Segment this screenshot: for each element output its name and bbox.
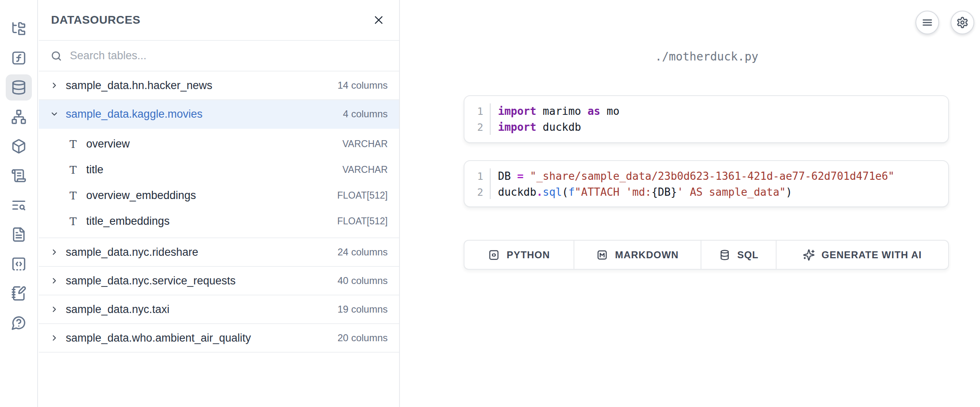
- table-column-count: 20 columns: [337, 332, 388, 344]
- column-name: title: [86, 163, 103, 176]
- table-row[interactable]: sample_data.who.ambient_air_quality20 co…: [39, 324, 399, 353]
- scroll-text-icon: [11, 168, 27, 183]
- text-type-icon: T: [67, 138, 79, 150]
- notebook-menu-button[interactable]: [915, 11, 939, 34]
- sidebar-item-datasources[interactable]: [6, 74, 32, 101]
- generate-with-ai-button[interactable]: GENERATE WITH AI: [777, 241, 948, 269]
- sparkles-icon: [803, 249, 815, 261]
- column-type: VARCHAR: [342, 139, 388, 150]
- table-row[interactable]: sample_data.nyc.rideshare24 columns: [39, 238, 399, 267]
- table-row[interactable]: sample_data.nyc.taxi19 columns: [39, 295, 399, 324]
- sidebar-item-documentation[interactable]: [6, 221, 32, 248]
- table-column-count: 4 columns: [343, 108, 388, 120]
- add-cell-button-bar: PYTHON MARKDOWN SQL GENERATE WITH AI: [464, 240, 949, 270]
- code-square-dashed-icon: [11, 256, 27, 272]
- sidebar-item-packages[interactable]: [6, 133, 32, 159]
- chevron-right-icon: [50, 248, 59, 257]
- code-line: import duckdb: [498, 119, 948, 135]
- column-type: VARCHAR: [342, 164, 388, 175]
- chevron-right-icon: [50, 276, 59, 285]
- button-label: PYTHON: [507, 249, 550, 261]
- column-name: title_embeddings: [86, 215, 170, 228]
- table-name: sample_data.nyc.taxi: [66, 303, 170, 316]
- table-row[interactable]: sample_data.nyc.service_requests40 colum…: [39, 267, 399, 295]
- sidebar-item-variables[interactable]: [6, 45, 32, 71]
- sidebar-item-snippets[interactable]: [6, 251, 32, 277]
- button-label: SQL: [737, 249, 759, 261]
- chevron-down-icon: [50, 110, 59, 119]
- chat-question-icon: [11, 315, 27, 331]
- table-name: sample_data.who.ambient_air_quality: [66, 332, 251, 344]
- close-panel-button[interactable]: [371, 12, 387, 28]
- table-name: sample_data.nyc.rideshare: [66, 246, 198, 259]
- notebook-filename: ./motherduck.py: [464, 50, 950, 63]
- database-icon: [719, 249, 731, 261]
- network-graph-icon: [11, 109, 27, 125]
- document-icon: [11, 227, 27, 242]
- table-name: sample_data.hn.hacker_news: [66, 79, 212, 92]
- top-actions: [915, 11, 974, 34]
- line-number: 2: [464, 119, 483, 135]
- table-column-count: 19 columns: [337, 304, 388, 315]
- code-cell: 12 DB = "_share/sample_data/23b0d623-136…: [464, 160, 949, 207]
- code-square-icon: [488, 249, 500, 261]
- chevron-right-icon: [50, 305, 59, 314]
- sidebar-item-dependencies[interactable]: [6, 104, 32, 130]
- line-number-gutter: 12: [464, 103, 490, 135]
- table-columns-block: ToverviewVARCHARTtitleVARCHARToverview_e…: [39, 129, 399, 238]
- settings-gear-icon: [956, 16, 969, 29]
- chevron-right-icon: [50, 333, 59, 342]
- sidebar-item-scratchpad[interactable]: [6, 280, 32, 306]
- table-row[interactable]: sample_data.kaggle.movies4 columns: [39, 100, 399, 129]
- table-name: sample_data.nyc.service_requests: [66, 275, 236, 287]
- add-python-cell-button[interactable]: PYTHON: [464, 241, 574, 269]
- code-line: duckdb.sql(f"ATTACH 'md:{DB}' AS sample_…: [498, 184, 948, 200]
- sidebar-item-file-explorer[interactable]: [6, 16, 32, 42]
- notebook-pen-icon: [11, 286, 27, 301]
- table-column-count: 40 columns: [337, 275, 388, 286]
- folder-tree-icon: [11, 21, 27, 36]
- add-sql-cell-button[interactable]: SQL: [701, 241, 776, 269]
- menu-icon: [921, 16, 933, 29]
- code-editor[interactable]: DB = "_share/sample_data/23b0d623-1361-4…: [490, 168, 948, 199]
- table-name: sample_data.kaggle.movies: [66, 108, 203, 121]
- table-row[interactable]: sample_data.hn.hacker_news14 columns: [39, 72, 399, 100]
- sidebar-item-logs[interactable]: [6, 163, 32, 189]
- add-markdown-cell-button[interactable]: MARKDOWN: [574, 241, 701, 269]
- package-box-icon: [11, 139, 27, 154]
- line-number: 2: [464, 184, 483, 200]
- table-column-count: 24 columns: [337, 246, 388, 258]
- line-number: 1: [464, 103, 483, 119]
- sidebar-item-help[interactable]: [6, 310, 32, 336]
- function-square-icon: [11, 50, 27, 66]
- table-search-row: [39, 41, 399, 72]
- code-line: import marimo as mo: [498, 103, 948, 119]
- column-row[interactable]: Ttitle_embeddingsFLOAT[512]: [39, 208, 399, 234]
- close-icon: [373, 14, 384, 26]
- text-type-icon: T: [67, 190, 79, 202]
- table-list: sample_data.hn.hacker_news14 columnssamp…: [39, 72, 399, 353]
- table-column-count: 14 columns: [337, 80, 388, 91]
- column-row[interactable]: Toverview_embeddingsFLOAT[512]: [39, 183, 399, 208]
- text-type-icon: T: [67, 164, 79, 176]
- settings-button[interactable]: [951, 11, 974, 34]
- sidebar-item-search-logs[interactable]: [6, 192, 32, 218]
- column-row[interactable]: TtitleVARCHAR: [39, 157, 399, 183]
- panel-title: DATASOURCES: [51, 13, 141, 27]
- column-row[interactable]: ToverviewVARCHAR: [39, 131, 399, 157]
- datasources-panel-header: DATASOURCES: [39, 0, 399, 41]
- button-label: GENERATE WITH AI: [822, 249, 922, 261]
- column-name: overview_embeddings: [86, 189, 196, 202]
- code-cell: 12 import marimo as moimport duckdb: [464, 95, 949, 143]
- search-tables-input[interactable]: [70, 49, 388, 62]
- text-type-icon: T: [67, 215, 79, 228]
- column-type: FLOAT[512]: [337, 216, 388, 227]
- datasources-panel: DATASOURCES sample_data.hn.hacker_news14…: [39, 0, 400, 407]
- line-number-gutter: 12: [464, 168, 490, 199]
- code-line: DB = "_share/sample_data/23b0d623-1361-4…: [498, 168, 948, 184]
- column-name: overview: [86, 138, 130, 150]
- code-editor[interactable]: import marimo as moimport duckdb: [490, 103, 948, 135]
- line-number: 1: [464, 168, 483, 184]
- search-icon: [50, 50, 63, 62]
- chevron-right-icon: [50, 81, 59, 90]
